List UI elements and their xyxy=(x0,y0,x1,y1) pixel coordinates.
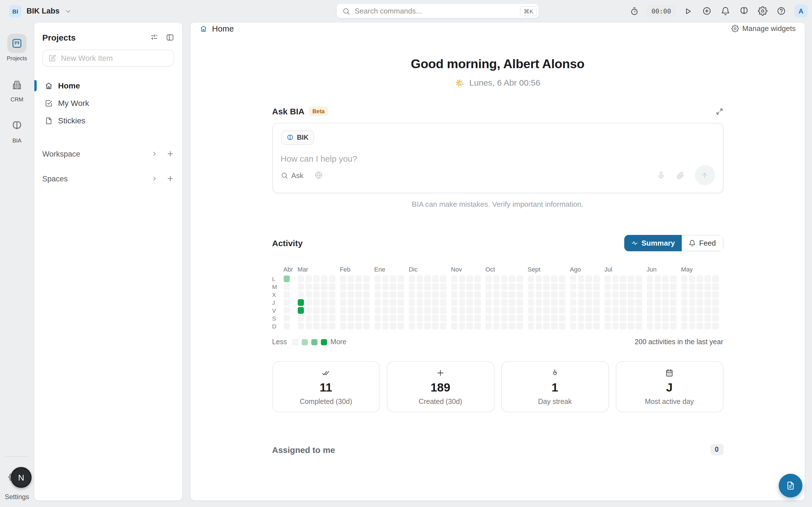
heatmap-cell[interactable] xyxy=(551,299,558,306)
workspace-switcher[interactable]: BI BIK Labs xyxy=(9,5,71,17)
heatmap-cell[interactable] xyxy=(536,276,542,282)
heatmap-cell[interactable] xyxy=(604,283,611,290)
heatmap-cell[interactable] xyxy=(363,283,370,290)
heatmap-cell[interactable] xyxy=(374,299,380,306)
heatmap-cell[interactable] xyxy=(689,291,695,298)
heatmap-cell[interactable] xyxy=(509,299,515,306)
heatmap-cell[interactable] xyxy=(647,299,653,306)
heatmap-cell[interactable] xyxy=(382,291,389,298)
heatmap-cell[interactable] xyxy=(356,291,362,298)
heatmap-cell[interactable] xyxy=(705,323,711,330)
heatmap-cell[interactable] xyxy=(712,291,719,298)
heatmap-cell[interactable] xyxy=(329,291,335,298)
heatmap-cell[interactable] xyxy=(509,283,515,290)
heatmap-cell[interactable] xyxy=(474,299,481,306)
tab-feed[interactable]: Feed xyxy=(682,235,723,251)
heatmap-cell[interactable] xyxy=(451,307,457,314)
heatmap-cell[interactable] xyxy=(313,283,320,290)
heatmap-cell[interactable] xyxy=(474,283,481,290)
heatmap-cell[interactable] xyxy=(305,299,312,306)
heatmap-cell[interactable] xyxy=(493,299,500,306)
heatmap-cell[interactable] xyxy=(474,276,481,282)
heatmap-cell[interactable] xyxy=(527,291,534,298)
heatmap-cell[interactable] xyxy=(578,299,584,306)
heatmap-cell[interactable] xyxy=(681,307,688,314)
heatmap-cell[interactable] xyxy=(628,323,635,330)
heatmap-cell[interactable] xyxy=(586,276,592,282)
heatmap-cell[interactable] xyxy=(578,276,584,282)
heatmap-cell[interactable] xyxy=(517,323,523,330)
heatmap-cell[interactable] xyxy=(501,299,507,306)
heatmap-cell[interactable] xyxy=(459,283,465,290)
heatmap-cell[interactable] xyxy=(620,307,626,314)
heatmap-cell[interactable] xyxy=(705,299,711,306)
heatmap-cell[interactable] xyxy=(594,276,600,282)
heatmap-cell[interactable] xyxy=(432,283,439,290)
heatmap-cell[interactable] xyxy=(356,276,362,282)
heatmap-cell[interactable] xyxy=(305,323,312,330)
heatmap-cell[interactable] xyxy=(485,276,492,282)
heatmap-cell[interactable] xyxy=(594,315,600,322)
heatmap-cell[interactable] xyxy=(356,323,362,330)
heatmap-cell[interactable] xyxy=(604,299,611,306)
heatmap-cell[interactable] xyxy=(620,283,626,290)
heatmap-cell[interactable] xyxy=(485,291,492,298)
heatmap-cell[interactable] xyxy=(527,315,534,322)
plus-circle-icon[interactable] xyxy=(700,4,713,18)
heatmap-cell[interactable] xyxy=(536,323,542,330)
heatmap-cell[interactable] xyxy=(321,276,327,282)
heatmap-cell[interactable] xyxy=(586,299,592,306)
heatmap-cell[interactable] xyxy=(485,323,492,330)
filters-sliders-icon[interactable] xyxy=(150,33,158,42)
heatmap-cell[interactable] xyxy=(612,307,619,314)
heatmap-cell[interactable] xyxy=(551,307,558,314)
heatmap-cell[interactable] xyxy=(612,315,619,322)
heatmap-cell[interactable] xyxy=(636,315,642,322)
heatmap-cell[interactable] xyxy=(578,283,584,290)
heatmap-cell[interactable] xyxy=(313,276,320,282)
heatmap-cell[interactable] xyxy=(559,315,565,322)
heatmap-cell[interactable] xyxy=(321,283,327,290)
heatmap-cell[interactable] xyxy=(551,315,558,322)
heatmap-cell[interactable] xyxy=(297,276,304,282)
heatmap-cell[interactable] xyxy=(374,323,380,330)
heatmap-cell[interactable] xyxy=(432,291,439,298)
heatmap-cell[interactable] xyxy=(340,291,346,298)
heatmap-cell[interactable] xyxy=(681,291,688,298)
heatmap-cell[interactable] xyxy=(467,323,473,330)
heatmap-cell[interactable] xyxy=(382,307,389,314)
heatmap-cell[interactable] xyxy=(670,315,677,322)
tab-summary[interactable]: Summary xyxy=(624,235,682,251)
heatmap-cell[interactable] xyxy=(348,307,354,314)
heatmap-cell[interactable] xyxy=(329,299,335,306)
heatmap-cell[interactable] xyxy=(467,307,473,314)
heatmap-cell[interactable] xyxy=(712,299,719,306)
heatmap-cell[interactable] xyxy=(586,291,592,298)
heatmap-cell[interactable] xyxy=(517,307,523,314)
heatmap-cell[interactable] xyxy=(604,323,611,330)
heatmap-cell[interactable] xyxy=(662,276,669,282)
heatmap-cell[interactable] xyxy=(493,307,500,314)
heatmap-cell[interactable] xyxy=(620,276,626,282)
heatmap-cell[interactable] xyxy=(440,299,447,306)
heatmap-cell[interactable] xyxy=(594,323,600,330)
heatmap-cell[interactable] xyxy=(647,323,653,330)
heatmap-cell[interactable] xyxy=(398,323,404,330)
heatmap-cell[interactable] xyxy=(297,315,304,322)
heatmap-cell[interactable] xyxy=(570,291,576,298)
heatmap-cell[interactable] xyxy=(578,315,584,322)
sidebar-item-my-work[interactable]: My Work xyxy=(42,96,174,110)
heatmap-cell[interactable] xyxy=(654,323,661,330)
chevron-right-icon[interactable] xyxy=(151,175,158,182)
heatmap-cell[interactable] xyxy=(321,307,327,314)
heatmap-cell[interactable] xyxy=(409,307,415,314)
heatmap-cell[interactable] xyxy=(474,323,481,330)
heatmap-cell[interactable] xyxy=(697,307,703,314)
manage-widgets-button[interactable]: Manage widgets xyxy=(731,24,796,33)
rail-item-crm[interactable]: CRM xyxy=(7,75,27,103)
heatmap-cell[interactable] xyxy=(451,315,457,322)
heatmap-cell[interactable] xyxy=(594,283,600,290)
heatmap-cell[interactable] xyxy=(654,315,661,322)
heatmap-cell[interactable] xyxy=(474,307,481,314)
heatmap-cell[interactable] xyxy=(329,283,335,290)
